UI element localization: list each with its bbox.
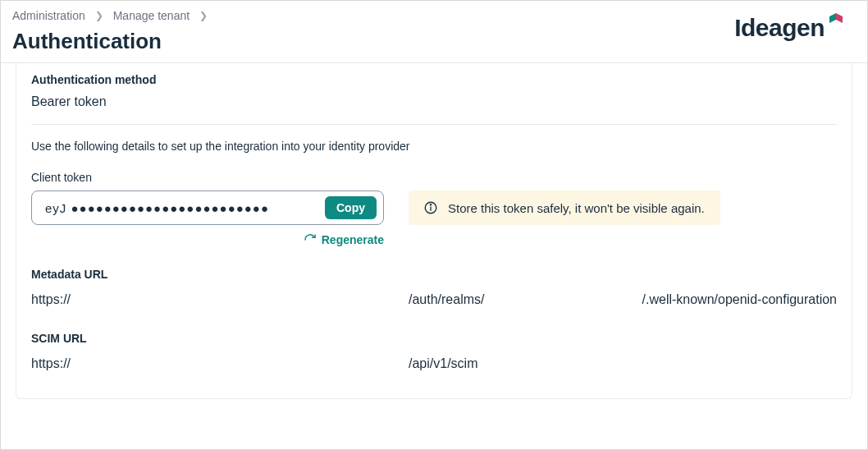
client-token-field: eyJ ●●●●●●●●●●●●●●●●●●●●●●●● Copy [31, 191, 384, 225]
auth-card: Authentication method Bearer token Use t… [16, 63, 852, 399]
regenerate-label: Regenerate [322, 233, 384, 246]
breadcrumb-link-administration[interactable]: Administration [12, 9, 85, 22]
breadcrumb-link-manage-tenant[interactable]: Manage tenant [113, 9, 190, 22]
client-token-value: eyJ ●●●●●●●●●●●●●●●●●●●●●●●● [45, 201, 317, 215]
regenerate-button[interactable]: Regenerate [31, 233, 384, 246]
metadata-url-label: Metadata URL [31, 268, 837, 281]
breadcrumb: Administration ❯ Manage tenant ❯ [12, 9, 208, 22]
alert-text: Store this token safely, it won't be vis… [448, 201, 705, 215]
refresh-icon [304, 233, 317, 246]
chevron-right-icon: ❯ [199, 10, 208, 21]
auth-method-label: Authentication method [31, 73, 837, 86]
token-warning-alert: Store this token safely, it won't be vis… [409, 191, 720, 225]
integration-instructions: Use the following details to set up the … [31, 140, 837, 153]
page-header: Administration ❯ Manage tenant ❯ Authent… [1, 1, 867, 54]
copy-button[interactable]: Copy [325, 196, 377, 219]
scim-url-value: https:// /api/v1/scim [31, 353, 837, 374]
brand-mark-icon [828, 11, 844, 28]
client-token-label: Client token [31, 171, 837, 184]
svg-marker-1 [836, 13, 843, 23]
svg-marker-0 [829, 13, 836, 23]
metadata-url-value: https:// /auth/realms/ /.well-known/open… [31, 289, 837, 310]
brand-name: Ideagen [734, 14, 825, 42]
page-title: Authentication [12, 29, 208, 54]
auth-method-value: Bearer token [31, 94, 837, 109]
section-divider [31, 124, 837, 125]
info-icon [423, 200, 438, 215]
svg-point-4 [430, 204, 431, 205]
chevron-right-icon: ❯ [95, 10, 103, 21]
brand-logo: Ideagen [734, 14, 844, 42]
scim-url-label: SCIM URL [31, 332, 837, 345]
